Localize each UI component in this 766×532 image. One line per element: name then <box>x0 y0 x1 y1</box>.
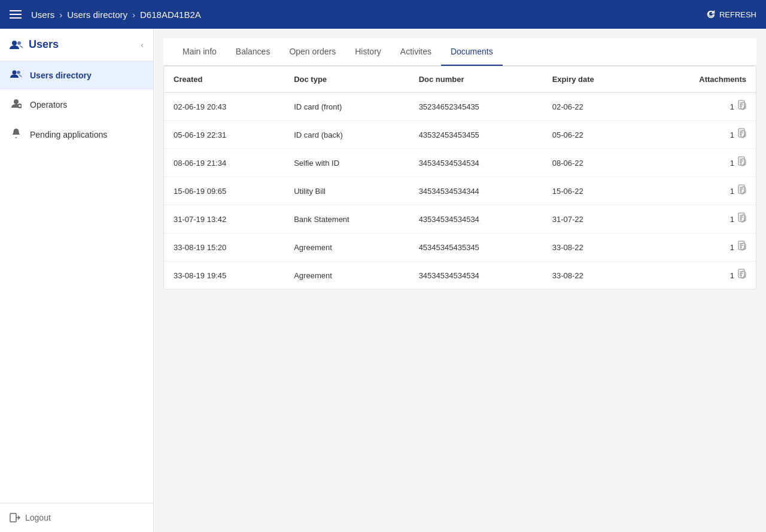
cell-expiry-date-6: 33-08-22 <box>543 262 645 290</box>
sidebar-item-users-directory[interactable]: Users directory <box>0 61 153 90</box>
sidebar-collapse-button[interactable]: ‹ <box>141 40 144 50</box>
documents-table: Created Doc type Doc number Expiry date … <box>164 66 756 289</box>
attachment-icon-2[interactable] <box>738 156 746 169</box>
topbar: Users › Users directory › D618AD41B2A RE… <box>0 0 766 29</box>
tab-balances[interactable]: Balances <box>226 38 280 66</box>
tab-main-info[interactable]: Main info <box>173 38 226 66</box>
cell-doc-number-4: 43534534534534 <box>409 205 543 233</box>
attachment-icon-4[interactable] <box>738 212 746 226</box>
cell-doc-number-1: 43532453453455 <box>409 121 543 149</box>
table-header-row: Created Doc type Doc number Expiry date … <box>164 66 756 93</box>
cell-attachments-2: 1 <box>645 149 756 177</box>
cell-created-6: 33-08-19 19:45 <box>164 262 284 290</box>
table-row: 33-08-19 19:45 Agreement 34534534534534 … <box>164 262 756 290</box>
cell-attachments-1: 1 <box>645 121 756 149</box>
svg-point-3 <box>17 71 20 74</box>
svg-rect-6 <box>10 513 16 522</box>
cell-created-1: 05-06-19 22:31 <box>164 121 284 149</box>
cell-doc-type-3: Utility Bill <box>284 177 409 205</box>
cell-doc-number-3: 34534534534344 <box>409 177 543 205</box>
sidebar-item-pending-applications[interactable]: Pending applications <box>0 120 153 150</box>
col-expiry-date: Expiry date <box>543 66 645 93</box>
cell-doc-type-4: Bank Statement <box>284 205 409 233</box>
sidebar-item-pending-label: Pending applications <box>30 130 107 139</box>
users-header-icon <box>10 39 23 50</box>
cell-created-5: 33-08-19 15:20 <box>164 233 284 262</box>
svg-point-0 <box>12 41 17 45</box>
pending-applications-icon <box>10 128 23 141</box>
refresh-label: REFRESH <box>719 10 756 19</box>
refresh-icon <box>706 10 716 19</box>
cell-attachments-5: 1 <box>645 233 756 262</box>
attachment-count-0: 1 <box>730 102 734 111</box>
cell-doc-number-5: 45345345435345 <box>409 233 543 262</box>
tab-documents[interactable]: Documents <box>441 38 503 66</box>
table-row: 33-08-19 15:20 Agreement 45345345435345 … <box>164 233 756 262</box>
col-attachments: Attachments <box>645 66 756 93</box>
cell-expiry-date-2: 08-06-22 <box>543 149 645 177</box>
documents-table-card: Created Doc type Doc number Expiry date … <box>163 66 756 290</box>
cell-doc-type-5: Agreement <box>284 233 409 262</box>
attachment-count-3: 1 <box>730 187 734 196</box>
cell-created-4: 31-07-19 13:42 <box>164 205 284 233</box>
attachment-icon-0[interactable] <box>738 100 746 113</box>
cell-expiry-date-0: 02-06-22 <box>543 93 645 121</box>
tab-activites[interactable]: Activites <box>391 38 441 66</box>
table-row: 05-06-19 22:31 ID card (back) 4353245345… <box>164 121 756 149</box>
sidebar-header: Users ‹ <box>0 29 153 61</box>
breadcrumb-users[interactable]: Users <box>31 10 54 20</box>
logout-button[interactable]: Logout <box>10 513 51 522</box>
refresh-button[interactable]: REFRESH <box>706 10 756 19</box>
sidebar-item-operators[interactable]: Operators <box>0 90 153 120</box>
table-row: 08-06-19 21:34 Selfie with ID 3453453453… <box>164 149 756 177</box>
attachment-count-5: 1 <box>730 243 734 252</box>
cell-expiry-date-3: 15-06-22 <box>543 177 645 205</box>
cell-attachments-4: 1 <box>645 205 756 233</box>
table-row: 31-07-19 13:42 Bank Statement 4353453453… <box>164 205 756 233</box>
sidebar-item-users-directory-label: Users directory <box>30 71 92 80</box>
menu-icon[interactable] <box>10 10 22 19</box>
svg-point-2 <box>13 71 17 75</box>
cell-attachments-6: 1 <box>645 262 756 290</box>
content-area: Main info Balances Open orders History A… <box>154 29 766 532</box>
sidebar-nav: Users directory Operators <box>0 61 153 503</box>
attachment-count-6: 1 <box>730 271 734 280</box>
attachment-icon-6[interactable] <box>738 269 746 282</box>
attachment-icon-5[interactable] <box>738 241 746 254</box>
cell-doc-type-2: Selfie with ID <box>284 149 409 177</box>
cell-expiry-date-1: 05-06-22 <box>543 121 645 149</box>
operators-icon <box>10 98 23 111</box>
cell-doc-number-0: 35234652345435 <box>409 93 543 121</box>
cell-created-2: 08-06-19 21:34 <box>164 149 284 177</box>
col-created: Created <box>164 66 284 93</box>
cell-created-0: 02-06-19 20:43 <box>164 93 284 121</box>
svg-point-4 <box>14 99 19 104</box>
sidebar-title: Users <box>10 38 59 51</box>
main-layout: Users ‹ Users directory <box>0 29 766 532</box>
users-directory-icon <box>10 69 23 81</box>
col-doc-number: Doc number <box>409 66 543 93</box>
tab-open-orders[interactable]: Open orders <box>279 38 345 66</box>
cell-doc-number-2: 34534534534534 <box>409 149 543 177</box>
logout-label: Logout <box>25 513 51 522</box>
breadcrumb-users-directory[interactable]: Users directory <box>67 10 127 20</box>
breadcrumb-sep-1: › <box>59 10 62 20</box>
table-row: 15-06-19 09:65 Utility Bill 345345345343… <box>164 177 756 205</box>
breadcrumb-user-id: D618AD41B2A <box>140 10 201 20</box>
cell-expiry-date-4: 31-07-22 <box>543 205 645 233</box>
cell-created-3: 15-06-19 09:65 <box>164 177 284 205</box>
tab-history[interactable]: History <box>345 38 391 66</box>
cell-doc-type-0: ID card (front) <box>284 93 409 121</box>
svg-point-1 <box>17 41 21 45</box>
attachment-icon-1[interactable] <box>738 128 746 141</box>
col-doc-type: Doc type <box>284 66 409 93</box>
table-row: 02-06-19 20:43 ID card (front) 352346523… <box>164 93 756 121</box>
attachment-count-1: 1 <box>730 130 734 139</box>
sidebar: Users ‹ Users directory <box>0 29 154 532</box>
cell-attachments-0: 1 <box>645 93 756 121</box>
sidebar-footer: Logout <box>0 503 153 532</box>
cell-expiry-date-5: 33-08-22 <box>543 233 645 262</box>
sidebar-item-operators-label: Operators <box>30 100 67 110</box>
attachment-count-2: 1 <box>730 159 734 168</box>
attachment-icon-3[interactable] <box>738 184 746 197</box>
